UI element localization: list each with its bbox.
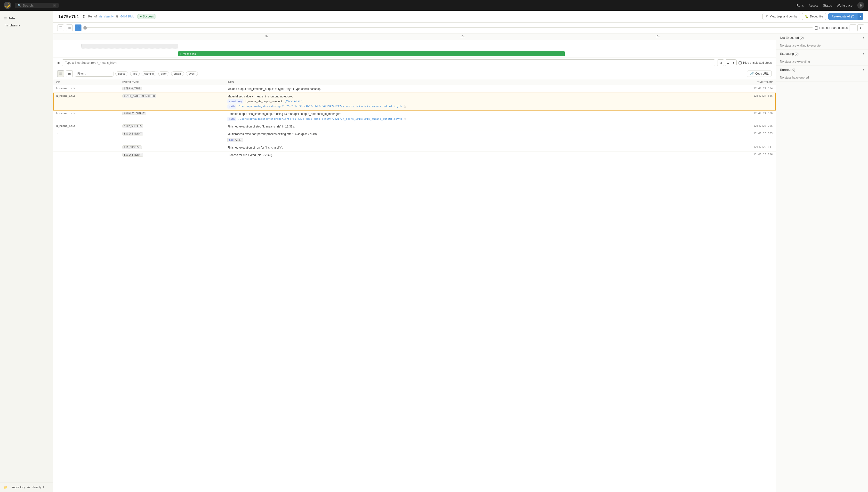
- tag-icon: 🏷: [766, 15, 768, 18]
- gantt-view-button[interactable]: ⏱: [75, 24, 81, 31]
- rp-section-executing-header[interactable]: Executing (0) ▾: [776, 49, 868, 58]
- reexecute-main-button[interactable]: Re-execute All (*): [828, 13, 858, 20]
- log-info-cell: Handled output "iris_kmeans_output" usin…: [224, 110, 709, 123]
- sidebar: ☰ Jobs iris_classify 📁 __repository_iris…: [0, 11, 53, 492]
- reexecute-caret-button[interactable]: ▾: [858, 13, 863, 20]
- log-info-sub-row: path/Users/prha/dagster/storage/1d75e7b1…: [227, 117, 706, 121]
- subset-filter-btn[interactable]: ⊟: [717, 59, 724, 66]
- log-info-main: Process for run exited (pid: 77149).: [227, 153, 706, 157]
- hide-not-started-label[interactable]: Hide not started steps: [815, 26, 848, 30]
- sidebar-item-iris-classify[interactable]: iris_classify: [0, 22, 53, 29]
- rp-section-errored-header[interactable]: Errored (0) ▾: [776, 66, 868, 74]
- right-panel: Not Executed (0) ▾ No steps are waiting …: [776, 33, 868, 492]
- clock-icon: ⏱: [82, 15, 85, 19]
- step-subset-row: ⊕ ⊟ ▲ ▼ Hide unselected steps: [53, 57, 776, 68]
- log-table: OP EVENT TYPE INFO TIMESTAMP k_means_iri…: [53, 79, 776, 159]
- log-info-main: Multiprocess executor: parent process ex…: [227, 132, 706, 136]
- copy-path-icon[interactable]: ⎘: [404, 117, 406, 121]
- step-subset-input[interactable]: [62, 59, 715, 66]
- log-op-cell: k_means_iris: [53, 85, 120, 93]
- log-list-view-btn[interactable]: ☰: [57, 70, 64, 77]
- filter-button[interactable]: ⊟: [849, 24, 857, 31]
- jobs-icon: ☰: [4, 17, 7, 20]
- rp-section-not-executed: Not Executed (0) ▾ No steps are waiting …: [776, 33, 868, 49]
- hide-unselected-checkbox[interactable]: [739, 61, 742, 65]
- view-asset-link[interactable]: [View Asset]: [284, 99, 304, 103]
- log-event-type-cell: HANDLED_OUTPUT: [120, 110, 224, 123]
- log-info-sub-row: path/Users/prha/dagster/storage/1d75e7b1…: [227, 104, 706, 108]
- log-table-view-btn[interactable]: ⊞: [66, 70, 73, 77]
- settings-button[interactable]: ⚙: [857, 2, 864, 9]
- log-timestamp-cell: 12:47:24.886: [709, 93, 776, 110]
- hide-unselected-label[interactable]: Hide unselected steps: [739, 61, 772, 65]
- log-info-path-link[interactable]: /Users/prha/dagster/storage/1d75e7b1-d39…: [238, 117, 402, 121]
- nav-runs[interactable]: Runs: [796, 4, 804, 7]
- log-panel: ☰ ⊞ debug info warning error critical ev…: [53, 68, 776, 160]
- log-event-type-cell: RUN_SUCCESS: [120, 144, 224, 151]
- copy-path-icon[interactable]: ⎘: [404, 104, 406, 108]
- toolbar-right-actions: ⊟ ⬇: [849, 24, 864, 31]
- gantt-bar-kmeans[interactable]: k_means_iris: [178, 51, 565, 56]
- rp-section-executing: Executing (0) ▾ No steps are executing: [776, 49, 868, 66]
- run-commit-link[interactable]: 04b718dc: [121, 15, 135, 18]
- log-event-type-cell: ASSET_MATERIALIZATION: [120, 93, 224, 110]
- copy-url-button[interactable]: 🔗 Copy URL: [747, 71, 772, 77]
- log-info-value: k_means_iris_output_notebook: [245, 99, 283, 103]
- link-icon: 🔗: [750, 72, 754, 75]
- gantt-row-kmeans[interactable]: k_means_iris: [57, 50, 772, 57]
- download-button[interactable]: ⬇: [857, 24, 864, 31]
- ruler-10s: 10s: [460, 35, 465, 38]
- rp-section-errored: Errored (0) ▾ No steps have errored: [776, 66, 868, 81]
- split-view-button[interactable]: ⊞: [66, 24, 73, 31]
- nav-links: Runs Assets Status Workspace ⚙: [796, 2, 864, 9]
- log-info-cell: Materialized value k_means_iris_output_n…: [224, 93, 709, 110]
- timeline-ruler: 5s 10s 15s: [53, 33, 776, 40]
- rp-errored-caret: ▾: [863, 68, 864, 71]
- tag-info[interactable]: info: [130, 72, 140, 76]
- nav-workspace[interactable]: Workspace: [837, 4, 852, 7]
- view-tags-config-button[interactable]: 🏷 View tags and config: [762, 13, 800, 20]
- sidebar-repo-name: __repository_iris_classify: [9, 486, 42, 489]
- log-op-cell: -: [53, 151, 120, 159]
- subset-up-btn[interactable]: ▲: [725, 59, 731, 66]
- gantt-bar-label: k_means_iris: [180, 52, 196, 55]
- run-id: 1d75e7b1: [58, 14, 79, 19]
- log-op-cell: -: [53, 144, 120, 151]
- tag-critical[interactable]: critical: [171, 72, 184, 76]
- tag-error[interactable]: error: [158, 72, 169, 76]
- log-info-path-link[interactable]: /Users/prha/dagster/storage/1d75e7b1-d39…: [238, 104, 402, 108]
- col-event-type: EVENT TYPE: [120, 79, 224, 85]
- col-info: INFO: [224, 79, 709, 85]
- run-job-link[interactable]: iris_classify: [99, 15, 114, 18]
- tag-debug[interactable]: debug: [115, 72, 128, 76]
- run-header: 1d75e7b1 ⏱ Run of iris_classify @ 04b718…: [53, 11, 868, 23]
- rp-executing-caret: ▾: [863, 52, 864, 55]
- rp-section-not-executed-header[interactable]: Not Executed (0) ▾: [776, 33, 868, 42]
- log-timestamp-cell: 12:47:25.206: [709, 123, 776, 130]
- nav-assets[interactable]: Assets: [809, 4, 818, 7]
- log-info-cell: Yielded output "iris_kmeans_output" of t…: [224, 85, 709, 93]
- timeline-panel: 5s 10s 15s k: [53, 33, 776, 492]
- log-timestamp-cell: 12:47:25.836: [709, 151, 776, 159]
- table-row: k_means_irisSTEP_OUTPUTYielded output "i…: [53, 85, 776, 93]
- search-bar[interactable]: 🔍 Search... /: [15, 3, 59, 8]
- list-view-button[interactable]: ☰: [57, 24, 64, 31]
- log-info-cell: Finished execution of run for "iris_clas…: [224, 144, 709, 151]
- log-timestamp-cell: 12:47:24.854: [709, 85, 776, 93]
- log-filter-input[interactable]: [75, 71, 114, 77]
- log-info-sub-row: pid77149: [227, 137, 706, 142]
- hide-not-started-checkbox[interactable]: [815, 26, 818, 30]
- refresh-icon[interactable]: ↻: [43, 486, 45, 489]
- col-op: OP: [53, 79, 120, 85]
- log-info-key: path: [227, 117, 236, 121]
- nav-status[interactable]: Status: [823, 4, 832, 7]
- timeline-slider[interactable]: [83, 27, 813, 28]
- log-op-cell: k_means_iris: [53, 123, 120, 130]
- subset-down-btn[interactable]: ▼: [731, 59, 736, 66]
- log-info-main: Finished execution of step "k_means_iris…: [227, 124, 706, 129]
- rp-not-executed-caret: ▾: [863, 36, 864, 39]
- run-meta: Run of iris_classify @ 04b718dc: [88, 15, 135, 18]
- debug-file-button[interactable]: 🐛 Debug file: [802, 13, 826, 20]
- tag-warning[interactable]: warning: [142, 72, 156, 76]
- tag-event[interactable]: event: [186, 72, 198, 76]
